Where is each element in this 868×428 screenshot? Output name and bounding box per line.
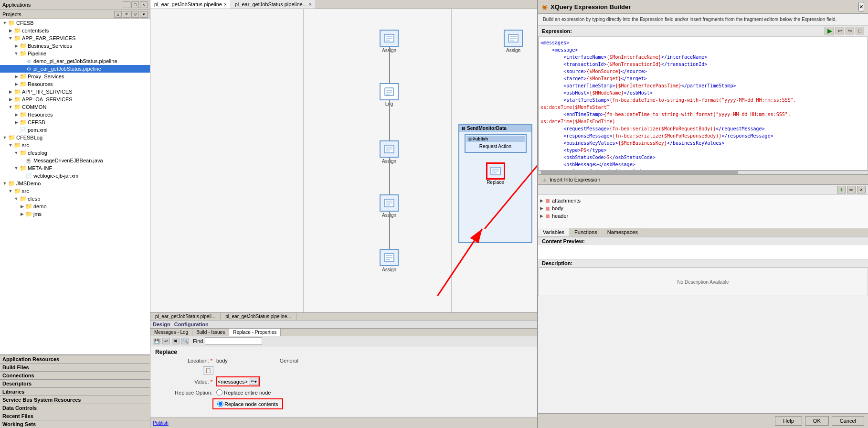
- expand-icon[interactable]: ▼: [8, 104, 13, 110]
- tree-item-resources[interactable]: ▶ 📁 Resources: [0, 80, 150, 88]
- publish-link[interactable]: Publish: [153, 420, 169, 426]
- fragment-item-attachments[interactable]: ▶ ◼ attachments: [540, 197, 866, 204]
- tree-item-src2[interactable]: ▼ 📁 src: [0, 187, 150, 195]
- fragment-item-body[interactable]: ▶ ◼ body: [540, 204, 866, 212]
- expand-icon[interactable]: ▼: [8, 35, 13, 41]
- expand-icon[interactable]: ▶: [19, 211, 25, 217]
- tab-pipeline-main[interactable]: pl_ear_getJobStatus.pipeline ×: [150, 0, 231, 9]
- assign-node-5[interactable]: Assign: [380, 249, 399, 272]
- list-btn[interactable]: ≡: [123, 11, 130, 18]
- expand-icon[interactable]: ▼: [2, 20, 8, 26]
- menu-btn[interactable]: ▾: [140, 11, 148, 18]
- undo-btn[interactable]: ↩: [836, 27, 844, 34]
- expand-icon[interactable]: ▶: [13, 43, 19, 49]
- tree-item-resources2[interactable]: ▶ 📁 Resources: [0, 111, 150, 118]
- tree-item-demo2[interactable]: ▶ 📁 demo: [0, 203, 150, 210]
- tab-close-icon[interactable]: ×: [309, 2, 312, 7]
- filter-btn[interactable]: ▽: [131, 11, 139, 18]
- descriptors-header[interactable]: Descriptors: [0, 380, 150, 387]
- assign-node-2[interactable]: Assign: [504, 30, 523, 53]
- app-resources-header[interactable]: Application Resources: [0, 355, 150, 363]
- tree-item-app-hr[interactable]: ▶ 📁 APP_HR_SERVICES: [0, 88, 150, 96]
- expr-hscrollbar-thumb[interactable]: [541, 171, 738, 174]
- tab-messages-log[interactable]: Messages - Log: [150, 329, 192, 336]
- delete-toolbar-btn[interactable]: ✖: [172, 338, 180, 344]
- tree-item-pipeline[interactable]: ▼ 📁 Pipeline: [0, 50, 150, 57]
- tree-item-business[interactable]: ▶ 📁 Business_Services: [0, 42, 150, 50]
- expand-icon[interactable]: ▶: [8, 96, 13, 102]
- search-toolbar-btn[interactable]: 🔍: [181, 338, 189, 344]
- save-toolbar-btn[interactable]: 💾: [153, 338, 160, 344]
- help-btn[interactable]: Help: [775, 416, 802, 426]
- value-edit-btn[interactable]: ✏▾: [249, 378, 259, 385]
- design-tab[interactable]: Design: [153, 321, 170, 327]
- expand-icon[interactable]: ▶: [13, 119, 19, 125]
- tree-item-cfesblog[interactable]: ▼ 📁 CFESBLog: [0, 134, 150, 141]
- build-files-header[interactable]: Build Files: [0, 364, 150, 371]
- expand-icon[interactable]: ▼: [13, 196, 19, 202]
- config-tab[interactable]: Configuration: [174, 321, 209, 327]
- cancel-btn[interactable]: Cancel: [832, 416, 864, 426]
- fragment-item-header[interactable]: ▶ ◼ header: [540, 212, 866, 220]
- tree-item-common[interactable]: ▼ 📁 COMMON: [0, 103, 150, 111]
- connections-header[interactable]: Connections: [0, 372, 150, 379]
- expand-icon[interactable]: ▶: [8, 28, 13, 33]
- expand-icon[interactable]: ▼: [13, 51, 19, 56]
- redo-btn[interactable]: ↪: [846, 27, 854, 34]
- tree-item-contentsets[interactable]: ▶ 📁 contentsets: [0, 27, 150, 34]
- recent-files-label[interactable]: Recent Files: [0, 412, 150, 420]
- tab-pipeline-bottom-2[interactable]: pl_ear_getJobStatus.pipeline...: [221, 313, 296, 320]
- ftab-namespaces[interactable]: Namespaces: [603, 228, 643, 236]
- ftab-variables[interactable]: Variables: [538, 228, 570, 236]
- fragment-delete-btn[interactable]: ×: [857, 186, 866, 193]
- minimize-btn[interactable]: —: [123, 1, 130, 8]
- tree-item-app-oa[interactable]: ▶ 📁 APP_OA_SERVICES: [0, 96, 150, 103]
- expand-icon[interactable]: ▶: [13, 112, 19, 118]
- expand-icon[interactable]: ▼: [2, 181, 8, 186]
- radio-entire-node-input[interactable]: [216, 389, 222, 396]
- expand-tri-header[interactable]: ▶: [540, 214, 543, 218]
- tree-item-cfesblog-sub[interactable]: ▼ 📁 cfesblog: [0, 149, 150, 157]
- ok-btn[interactable]: OK: [805, 416, 829, 426]
- maximize-btn[interactable]: □: [131, 1, 139, 8]
- working-sets-label[interactable]: Working Sets: [0, 420, 150, 428]
- maximize-expr-btn[interactable]: □: [856, 27, 864, 34]
- expand-icon[interactable]: ▶: [8, 89, 13, 95]
- tree-item-cfesb3[interactable]: ▼ 📁 cfesb: [0, 195, 150, 203]
- expand-icon[interactable]: ▼: [8, 142, 13, 148]
- expand-icon-publish[interactable]: ⊟: [468, 137, 472, 141]
- tree-item-pl-ear[interactable]: ⚙ pl_ear_getJobStatus.pipeline: [0, 65, 150, 73]
- expand-icon[interactable]: ⊟: [462, 126, 466, 131]
- tab-replace-props[interactable]: Replace - Properties: [229, 329, 281, 336]
- expand-icon[interactable]: ▶: [13, 74, 19, 79]
- expand-icon[interactable]: ▼: [13, 150, 19, 156]
- find-input[interactable]: [205, 337, 262, 345]
- expand-icon[interactable]: ▶: [19, 203, 25, 209]
- libraries-header[interactable]: Libraries: [0, 388, 150, 396]
- tree-item-cfesb2[interactable]: ▶ 📁 CFESB: [0, 118, 150, 126]
- servicebus-header[interactable]: Service Bus System Resources: [0, 396, 150, 404]
- tree-item-cfesb[interactable]: ▼ 📁 CFESB: [0, 19, 150, 27]
- tree-item-messagedriven[interactable]: ☕ MessageDrivenEJBBean.java: [0, 157, 150, 164]
- expr-hscrollbar[interactable]: [538, 171, 868, 174]
- ftab-functions[interactable]: Functions: [570, 228, 603, 236]
- refresh-toolbar-btn[interactable]: ↩: [162, 338, 170, 344]
- home-btn[interactable]: ⌂: [114, 11, 122, 18]
- tree-item-meta-inf[interactable]: ▼ 📁 META-INF: [0, 164, 150, 172]
- expand-icon[interactable]: ▶: [13, 81, 19, 87]
- run-btn[interactable]: ▶: [825, 27, 834, 35]
- expand-tri-body[interactable]: ▶: [540, 206, 543, 211]
- tab-pipeline-secondary[interactable]: pl_ear_getJobStatus.pipeline... ×: [231, 0, 316, 9]
- tree-item-pom[interactable]: 📄 pom.xml: [0, 126, 150, 134]
- expand-icon[interactable]: ▼: [8, 188, 13, 194]
- tree-item-weblogic-ejb[interactable]: 📄 weblogic-ejb-jar.xml: [0, 172, 150, 180]
- expression-editor[interactable]: <messages> <message> <interfaceName>{$Mo…: [538, 37, 868, 171]
- location-icon-btn[interactable]: 📋: [203, 366, 213, 374]
- expand-icon[interactable]: ▼: [13, 165, 19, 171]
- tab-close-icon[interactable]: ×: [224, 2, 227, 7]
- data-controls-label[interactable]: Data Controls: [0, 404, 150, 412]
- fragment-edit-btn[interactable]: ✏: [847, 186, 856, 193]
- close-btn[interactable]: ×: [140, 1, 148, 8]
- tab-pipeline-bottom-1[interactable]: pl_ear_getJobStatus.pipeli...: [150, 313, 221, 320]
- expand-icon[interactable]: ▼: [2, 135, 8, 140]
